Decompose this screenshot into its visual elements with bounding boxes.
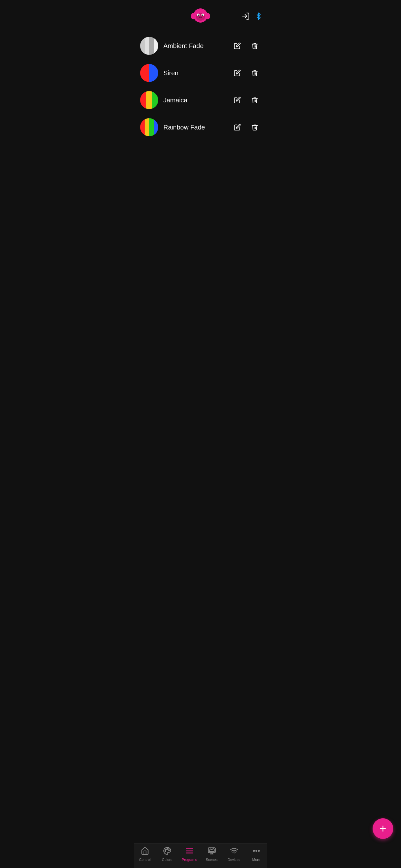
bottom-nav: Control Colors Programs — [134, 843, 267, 868]
palette-icon — [163, 847, 172, 857]
program-color-jamaica — [140, 91, 158, 109]
delete-ambient-fade-button[interactable] — [249, 40, 261, 52]
scenes-icon — [208, 847, 216, 857]
nav-devices-label: Devices — [227, 858, 240, 862]
program-color-rainbow-fade — [140, 118, 158, 136]
program-color-siren — [140, 64, 158, 82]
nav-more-label: More — [252, 858, 260, 862]
delete-rainbow-fade-button[interactable] — [249, 121, 261, 133]
program-item: Rainbow Fade — [134, 114, 267, 141]
program-name-ambient-fade: Ambient Fade — [163, 42, 226, 50]
nav-programs-label: Programs — [182, 858, 197, 862]
svg-point-8 — [199, 17, 202, 19]
program-color-ambient-fade — [140, 37, 158, 55]
svg-point-25 — [258, 850, 259, 851]
nav-control[interactable]: Control — [134, 847, 156, 862]
program-name-rainbow-fade: Rainbow Fade — [163, 124, 226, 131]
program-item: Ambient Fade — [134, 32, 267, 59]
program-name-jamaica: Jamaica — [163, 97, 226, 104]
edit-jamaica-button[interactable] — [231, 94, 243, 106]
program-item: Siren — [134, 59, 267, 87]
svg-point-10 — [201, 17, 202, 18]
header — [134, 0, 267, 29]
app-logo — [191, 6, 210, 26]
svg-point-7 — [202, 14, 204, 16]
login-button[interactable] — [242, 12, 250, 20]
svg-point-6 — [197, 14, 199, 16]
edit-ambient-fade-button[interactable] — [231, 40, 243, 52]
nav-more[interactable]: More — [245, 847, 267, 862]
nav-colors[interactable]: Colors — [156, 847, 178, 862]
svg-marker-21 — [209, 848, 214, 851]
program-item: Jamaica — [134, 87, 267, 114]
svg-point-15 — [165, 850, 166, 851]
nav-scenes-label: Scenes — [206, 858, 218, 862]
nav-scenes[interactable]: Scenes — [201, 847, 223, 862]
header-icons — [242, 12, 262, 20]
delete-siren-button[interactable] — [249, 67, 261, 79]
home-icon — [141, 847, 149, 857]
svg-point-24 — [256, 850, 257, 851]
programs-icon — [185, 847, 194, 857]
program-name-siren: Siren — [163, 69, 226, 77]
edit-rainbow-fade-button[interactable] — [231, 121, 243, 133]
nav-control-label: Control — [139, 858, 150, 862]
bluetooth-button[interactable] — [255, 12, 262, 20]
edit-siren-button[interactable] — [231, 67, 243, 79]
svg-point-14 — [165, 849, 166, 850]
devices-icon — [230, 847, 238, 857]
svg-point-9 — [199, 17, 201, 18]
programs-list: Ambient Fade Siren — [134, 29, 267, 843]
svg-point-12 — [167, 848, 168, 849]
svg-point-23 — [253, 850, 254, 851]
nav-colors-label: Colors — [162, 858, 173, 862]
svg-point-13 — [168, 850, 169, 851]
delete-jamaica-button[interactable] — [249, 94, 261, 106]
nav-programs[interactable]: Programs — [178, 847, 201, 862]
more-icon — [252, 847, 260, 857]
nav-devices[interactable]: Devices — [223, 847, 245, 862]
